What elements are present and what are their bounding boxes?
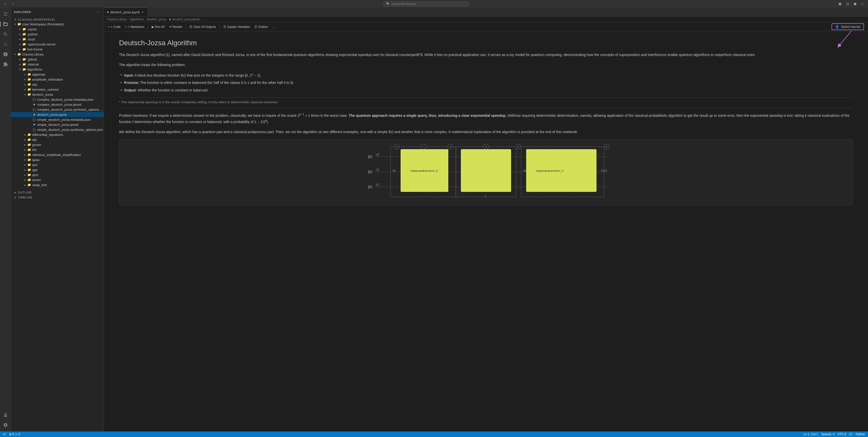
outline-section-header[interactable]: ► OUTLINE — [11, 189, 104, 194]
tree-item-dqi[interactable]: ► 📁 dqi — [11, 137, 104, 142]
arrow-icon: ► — [23, 163, 27, 166]
extensions-icon[interactable] — [1, 60, 10, 69]
tree-item-algebraic[interactable]: ► 📁 algebraic — [11, 72, 104, 77]
footnote: * The exponential speedup is in the orac… — [119, 97, 853, 104]
title-cell: Deutsch-Jozsa Algorithm — [119, 39, 853, 47]
arrow-icon: ► — [23, 149, 27, 151]
settings-icon[interactable] — [1, 420, 10, 430]
status-left: ☍ ⊗ 0 ⚠ 0 — [3, 433, 20, 436]
tree-item-cache[interactable]: ► 📁 .cache — [11, 27, 104, 32]
svg-rect-21 — [461, 149, 511, 192]
tab-close-button[interactable]: ✕ — [141, 10, 145, 14]
workspace-section-header[interactable]: ▼ CLASSIQ (WORKSPACE) — [11, 17, 104, 22]
bc-classiq-library[interactable]: Classiq Library — [107, 18, 127, 21]
back-button[interactable]: ← — [2, 1, 8, 7]
bc-algorithms[interactable]: algorithms — [130, 18, 144, 21]
intro-paragraph: The Deutsch-Jozsa algorithm [1], named a… — [119, 52, 853, 58]
tree-item-simple-qmod[interactable]: ■ simple_deutsch_jozsa.qmod — [11, 122, 104, 127]
tree-item-local[interactable]: ► 📁 .local — [11, 37, 104, 42]
bc-more[interactable]: ... — [203, 18, 205, 21]
tree-item-grover[interactable]: ► 📁 grover — [11, 142, 104, 147]
layout-icon[interactable]: ▦ — [837, 1, 843, 7]
clear-all-outputs-button[interactable]: ☰ Clear All Outputs — [187, 24, 218, 29]
arrow-icon: ► — [23, 153, 27, 156]
forward-button[interactable]: → — [9, 1, 16, 7]
tab-deutsch-jozsa[interactable]: ■ deutsch_jozsa.ipynb ✕ — [104, 7, 148, 16]
title-bar-right: ▦ ◫ ▣ □ — [837, 1, 866, 7]
mathematical-explanation-link[interactable]: mathematical explanation — [452, 130, 492, 134]
tree-item-qml[interactable]: ► 📁 qml — [11, 162, 104, 167]
accounts-icon[interactable] — [1, 410, 10, 419]
arrow-icon: ▼ — [13, 23, 17, 26]
folder-icon: 📁 — [22, 32, 26, 36]
run-all-button[interactable]: ▶ Run All — [150, 24, 166, 29]
tree-item-deutsch-jozsa-ipynb[interactable]: ■ deutsch_jozsa.ipynb — [11, 112, 104, 117]
arrow-icon: ▼ — [18, 68, 22, 71]
new-file-button[interactable]: ⋯ — [95, 9, 101, 14]
arrow-icon: ► — [23, 168, 27, 171]
tree-item-simple-metadata[interactable]: { } simple_deutsch_jozsa.metadata.json — [11, 117, 104, 122]
tree-item-complex-synthesis[interactable]: { } complex_deutsch_jozsa.synthesis_opti… — [11, 107, 104, 112]
restart-button[interactable]: ↺ Restart — [167, 24, 184, 29]
outline-button[interactable]: ☰ Outline — [252, 24, 270, 29]
tree-item-github[interactable]: ► 📁 .github — [11, 57, 104, 62]
tree-item-bernstein-vazirani[interactable]: ► 📁 bernstein_vazirani — [11, 87, 104, 92]
arrow-icon: ► — [23, 174, 27, 176]
add-markdown-button[interactable]: + + Markdown — [123, 24, 147, 29]
jupyter-variables-button[interactable]: ☰ Jupyter Variables — [221, 24, 252, 29]
status-ln-col: Ln 1, Col 1 — [803, 433, 818, 436]
toolbar-more-button[interactable]: ... — [270, 24, 277, 29]
tree-item-swap-test[interactable]: ► 📁 swap_test — [11, 182, 104, 187]
tree-item-qaoa[interactable]: ► 📁 qaoa — [11, 157, 104, 162]
arrow-icon: ► — [18, 58, 22, 61]
tree-item-amplitude-estimation[interactable]: ► 📁 amplitude_estimation — [11, 77, 104, 82]
timeline-section-header[interactable]: ► TIMELINE — [11, 194, 104, 199]
tree-item-hhl[interactable]: ► 📁 hhl — [11, 147, 104, 152]
simple-link[interactable]: simple — [377, 130, 387, 134]
search-bar[interactable]: 🔍 classiq (Workspace) — [383, 1, 469, 6]
maximize-icon[interactable]: □ — [860, 1, 866, 7]
source-control-icon[interactable] — [1, 40, 10, 49]
folder-icon: 📁 — [27, 148, 31, 152]
explorer-label: EXPLORER — [14, 10, 31, 13]
sidebar-icon[interactable]: ◫ — [844, 1, 850, 7]
tree-item-user-workspace[interactable]: ▼ 📁 User Workspace (Persistent) — [11, 22, 104, 27]
arrow-icon: ► — [18, 33, 22, 36]
hardness-paragraph: Problem hardness: If we require a determ… — [119, 112, 853, 125]
tree-item-aqc[interactable]: ► 📁 aqc — [11, 82, 104, 87]
explorer-icon[interactable] — [1, 20, 10, 29]
tree-item-qsvt[interactable]: ► 📁 qsvt — [11, 172, 104, 177]
more-complex-link[interactable]: more complex — [425, 130, 446, 134]
classical-postprocess-link[interactable]: classical postprocess part — [233, 130, 274, 134]
tree-item-deutsch-jozsa[interactable]: ▼ 📁 deutsch_jozsa — [11, 92, 104, 97]
folder-icon: 📁 — [27, 72, 31, 76]
bc-ipynb[interactable]: deutsch_jozsa.ipynb — [172, 18, 200, 21]
menu-icon[interactable]: ☰ — [1, 9, 10, 19]
tree-item-simon[interactable]: ► 📁 simon — [11, 177, 104, 182]
tree-item-differential-equations[interactable]: ► 📁 differential_equations — [11, 132, 104, 137]
tree-item-python[interactable]: ► 📁 .python — [11, 32, 104, 37]
tree-item-oblivious[interactable]: ► 📁 oblivious_amplitude_amplification — [11, 152, 104, 157]
svg-text:OUT: OUT — [601, 169, 608, 173]
tree-item-internal[interactable]: ► 📁 .internal — [11, 62, 104, 67]
timeline-label: TIMELINE — [18, 196, 33, 199]
tree-item-classiq-library[interactable]: ▼ 📁 Classiq Library — [11, 52, 104, 57]
tree-item-complex-metadata[interactable]: { } complex_deutsch_jozsa.metadata.json — [11, 97, 104, 102]
folder-icon: 📁 — [22, 47, 26, 51]
search-icon[interactable] — [1, 30, 10, 39]
tree-item-simple-synthesis[interactable]: { } simple_deutsch_jozsa.synthesis_optio… — [11, 127, 104, 132]
folder-icon: 📁 — [27, 168, 31, 172]
add-code-button[interactable]: + + Code — [106, 24, 123, 29]
tree-item-openvscode-server[interactable]: ► 📁 .openvscode-server — [11, 42, 104, 47]
toolbar-separator-1 — [148, 25, 148, 29]
tree-item-complex-qmod[interactable]: ■ complex_deutsch_jozsa.qmod — [11, 102, 104, 107]
tree-item-lost-found[interactable]: ► 📁 lost+found — [11, 47, 104, 52]
tree-item-qpe[interactable]: ► 📁 qpe — [11, 167, 104, 172]
tree-item-algorithms[interactable]: ▼ 📁 algorithms — [11, 67, 104, 72]
run-debug-icon[interactable] — [1, 50, 10, 59]
select-kernel-button[interactable]: 👤 Select Kernel — [832, 23, 864, 30]
json-icon: { } — [32, 118, 36, 122]
panel-icon[interactable]: ▣ — [852, 1, 858, 7]
bc-deutsch-jozsa-folder[interactable]: deutsch_jozsa — [147, 18, 166, 21]
quantum-part-link[interactable]: quantum part — [202, 130, 223, 134]
